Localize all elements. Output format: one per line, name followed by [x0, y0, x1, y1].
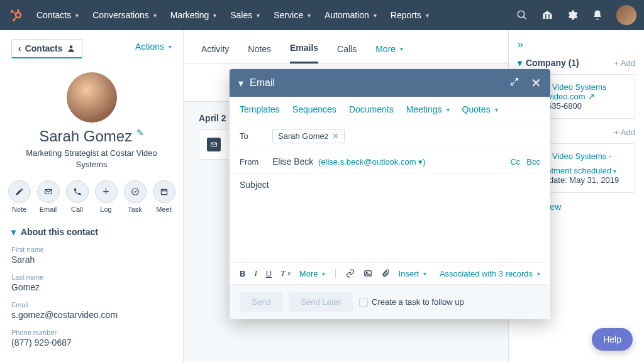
field-value[interactable]: s.gomez@costarvideo.com	[11, 310, 172, 320]
nav-contacts[interactable]: Contacts	[36, 10, 79, 20]
modal-title: Email	[250, 77, 503, 89]
field-label: Phone number	[11, 329, 172, 336]
meet-label: Meet	[156, 206, 171, 213]
to-label: To	[240, 131, 272, 141]
from-label: From	[240, 157, 272, 167]
quotes-dropdown[interactable]: Quotes	[462, 104, 498, 114]
recipient-chip[interactable]: Sarah Gomez✕	[272, 129, 345, 143]
tab-activity[interactable]: Activity	[201, 43, 229, 63]
insert-dropdown[interactable]: Insert	[399, 269, 427, 278]
attachment-icon[interactable]	[381, 269, 390, 278]
subject-input[interactable]: Subject	[240, 180, 269, 190]
nav-sales[interactable]: Sales	[230, 10, 260, 20]
svg-point-12	[69, 45, 72, 48]
email-button[interactable]	[37, 180, 60, 203]
followup-task-checkbox[interactable]: Create a task to follow up	[359, 297, 464, 307]
contact-role: Marketing Strategist at Costar Video Sys…	[11, 148, 172, 170]
contact-avatar[interactable]	[67, 72, 117, 123]
call-button[interactable]	[66, 180, 89, 203]
clear-format-button[interactable]: Tx	[280, 268, 291, 278]
log-button[interactable]: +	[95, 180, 118, 203]
remove-chip-icon[interactable]: ✕	[332, 131, 339, 141]
field-value[interactable]: Sarah	[11, 255, 172, 265]
bell-icon[interactable]	[591, 9, 604, 21]
add-deal-link[interactable]: + Add	[614, 128, 635, 137]
tab-calls[interactable]: Calls	[337, 43, 357, 63]
cc-link[interactable]: Cc	[510, 157, 520, 167]
edit-pencil-icon[interactable]: ✎	[136, 128, 144, 138]
email-event-icon	[207, 138, 221, 151]
svg-line-5	[13, 12, 16, 14]
svg-rect-10	[547, 14, 549, 19]
email-body-editor[interactable]	[230, 196, 550, 262]
email-compose-modal: ▾ Email ✕ Templates Sequences Documents …	[230, 69, 550, 319]
chevron-down-icon[interactable]: ▾	[238, 77, 243, 89]
actions-dropdown[interactable]: Actions	[135, 41, 172, 52]
svg-rect-9	[543, 14, 545, 19]
documents-link[interactable]: Documents	[349, 104, 394, 114]
underline-button[interactable]: U	[266, 269, 272, 278]
note-button[interactable]	[8, 180, 31, 203]
company-section-toggle[interactable]: ▾Company (1) + Add	[518, 58, 635, 68]
about-section-toggle[interactable]: ▾About this contact	[11, 227, 172, 237]
svg-line-8	[523, 16, 526, 19]
marketplace-icon[interactable]	[541, 9, 553, 21]
tab-notes[interactable]: Notes	[248, 43, 271, 63]
person-icon	[67, 44, 75, 53]
meet-button[interactable]	[153, 180, 175, 203]
svg-line-6	[14, 17, 16, 19]
nav-conversations[interactable]: Conversations	[92, 10, 157, 20]
link-icon[interactable]	[346, 269, 355, 278]
note-label: Note	[12, 206, 26, 213]
email-label: Email	[40, 206, 57, 213]
sequences-link[interactable]: Sequences	[292, 104, 336, 114]
close-icon[interactable]: ✕	[531, 75, 541, 90]
help-button[interactable]: Help	[592, 328, 633, 351]
more-format-dropdown[interactable]: More	[299, 269, 326, 278]
task-button[interactable]	[124, 180, 147, 203]
bold-button[interactable]: B	[240, 269, 245, 278]
hubspot-logo-icon[interactable]	[8, 6, 25, 24]
add-company-link[interactable]: + Add	[614, 58, 635, 68]
nav-service[interactable]: Service	[274, 10, 311, 20]
expand-icon[interactable]	[509, 77, 519, 89]
field-value[interactable]: (877) 929-0687	[11, 337, 172, 348]
tab-emails[interactable]: Emails	[290, 43, 318, 63]
field-value[interactable]: Gomez	[11, 282, 172, 292]
bcc-link[interactable]: Bcc	[526, 157, 540, 167]
templates-link[interactable]: Templates	[240, 104, 280, 114]
send-button[interactable]: Send	[240, 292, 282, 312]
contact-name: Sarah Gomez ✎	[11, 128, 172, 145]
nav-automation[interactable]: Automation	[325, 10, 377, 20]
log-label: Log	[100, 206, 111, 213]
gear-icon[interactable]	[566, 9, 579, 21]
meetings-dropdown[interactable]: Meetings	[406, 104, 450, 114]
svg-rect-11	[550, 14, 552, 19]
back-contacts-button[interactable]: ‹ Contacts	[11, 39, 82, 58]
external-link-icon: ↗	[588, 92, 595, 101]
send-later-button[interactable]: Send Later	[289, 292, 353, 312]
back-label: Contacts	[25, 43, 63, 53]
field-label: Last name	[11, 273, 172, 281]
user-avatar[interactable]	[616, 5, 636, 25]
associated-records-dropdown[interactable]: Associated with 3 records	[440, 269, 540, 278]
nav-marketing[interactable]: Marketing	[170, 10, 216, 20]
task-label: Task	[128, 206, 142, 213]
svg-point-1	[17, 9, 19, 12]
from-name: Elise Beck	[272, 156, 313, 167]
image-icon[interactable]	[364, 269, 372, 278]
call-label: Call	[71, 206, 83, 213]
field-label: Email	[11, 301, 172, 309]
expand-panel-icon[interactable]: »	[518, 39, 635, 50]
chevron-down-icon: ▾	[11, 227, 16, 237]
svg-point-2	[11, 10, 13, 13]
tab-more[interactable]: More	[375, 43, 403, 63]
chevron-left-icon: ‹	[18, 43, 21, 53]
svg-point-7	[518, 11, 525, 18]
chevron-down-icon: ▾	[518, 58, 522, 68]
from-email-dropdown[interactable]: (elise.s.beck@outlook.com ▾)	[316, 157, 425, 167]
italic-button[interactable]: I	[254, 268, 257, 278]
field-label: First name	[11, 246, 172, 253]
nav-reports[interactable]: Reports	[391, 10, 429, 20]
search-icon[interactable]	[516, 9, 528, 21]
